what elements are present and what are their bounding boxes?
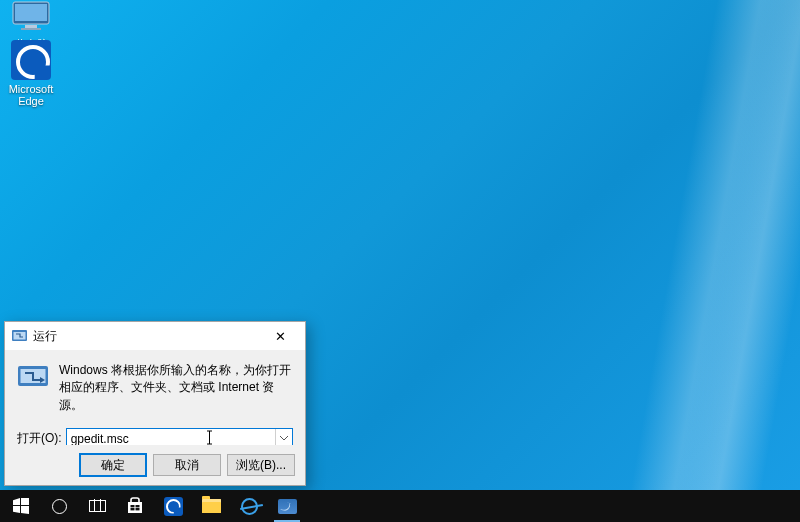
svg-rect-10: [131, 505, 135, 507]
desktop-icon-label: Microsoft Edge: [0, 83, 66, 107]
search-icon: [52, 499, 67, 514]
file-explorer-icon: [202, 499, 221, 513]
run-dialog: 运行 ✕ Windows 将根据你所输入的名称，为你打开相应的程序、文件夹、文档…: [4, 321, 306, 486]
taskbar-file-explorer[interactable]: [192, 490, 230, 522]
store-icon: [126, 497, 144, 515]
run-button-row: 确定 取消 浏览(B)...: [5, 445, 305, 485]
chevron-down-icon: [280, 436, 288, 441]
taskbar-edge[interactable]: [154, 490, 192, 522]
run-title-text: 运行: [33, 328, 57, 345]
run-icon: [278, 499, 297, 514]
close-button[interactable]: ✕: [259, 324, 301, 348]
task-view-icon: [89, 500, 106, 512]
this-pc-icon: [10, 0, 52, 34]
internet-explorer-icon: [241, 498, 258, 515]
browse-button[interactable]: 浏览(B)...: [227, 454, 295, 476]
svg-rect-1: [15, 4, 47, 21]
taskbar: [0, 490, 800, 522]
svg-rect-2: [25, 25, 37, 28]
taskbar-run[interactable]: [268, 490, 306, 522]
svg-rect-13: [136, 508, 140, 510]
wallpaper-beams: [600, 0, 800, 522]
run-titlebar[interactable]: 运行 ✕: [5, 322, 305, 350]
edge-icon: [164, 497, 183, 516]
svg-rect-11: [136, 505, 140, 507]
taskbar-store[interactable]: [116, 490, 154, 522]
svg-rect-12: [131, 508, 135, 510]
taskbar-internet-explorer[interactable]: [230, 490, 268, 522]
run-description: Windows 将根据你所输入的名称，为你打开相应的程序、文件夹、文档或 Int…: [59, 362, 293, 414]
task-view-button[interactable]: [78, 490, 116, 522]
close-icon: ✕: [275, 329, 286, 344]
windows-icon: [13, 498, 29, 514]
desktop-icon-edge[interactable]: Microsoft Edge: [0, 40, 66, 107]
cancel-button[interactable]: 取消: [153, 454, 221, 476]
edge-icon: [11, 40, 51, 80]
ok-button[interactable]: 确定: [79, 453, 147, 477]
start-button[interactable]: [2, 490, 40, 522]
svg-rect-9: [128, 502, 142, 513]
search-button[interactable]: [40, 490, 78, 522]
svg-rect-3: [21, 28, 41, 30]
run-app-icon: [17, 362, 49, 394]
text-cursor-icon: [206, 430, 207, 445]
run-title-icon: [11, 328, 27, 344]
